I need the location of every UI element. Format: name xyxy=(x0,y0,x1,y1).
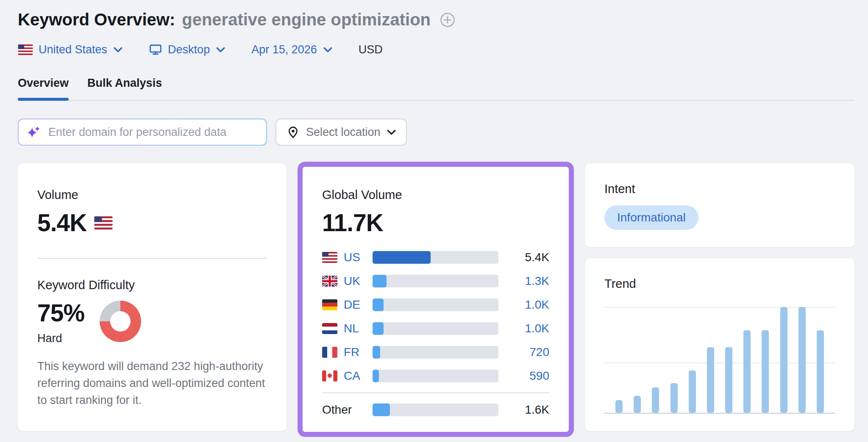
trend-bar xyxy=(615,400,623,413)
country-volume-value: 1.3K xyxy=(509,274,549,288)
keyword-overview-page: Keyword Overview: generative engine opti… xyxy=(0,0,868,442)
intent-label: Intent xyxy=(604,182,835,196)
global-volume-highlight: Global Volume 11.7K US 5.4K UK 1.3K DE 1… xyxy=(298,162,574,437)
chevron-down-icon xyxy=(216,47,225,52)
intent-badge: Informational xyxy=(604,205,698,230)
trend-bar xyxy=(780,307,787,413)
global-volume-card: Global Volume 11.7K US 5.4K UK 1.3K DE 1… xyxy=(303,167,569,432)
chevron-down-icon xyxy=(114,47,122,52)
page-title-prefix: Keyword Overview: xyxy=(18,10,175,29)
country-code: CA xyxy=(344,369,366,383)
country-volume-bar xyxy=(373,298,498,311)
volume-label: Volume xyxy=(37,188,267,202)
global-volume-rows: US 5.4K UK 1.3K DE 1.0K NL 1.0K FR 720 C… xyxy=(322,250,549,383)
tab-overview[interactable]: Overview xyxy=(18,77,69,100)
global-volume-label: Global Volume xyxy=(322,188,549,202)
us-flag-icon xyxy=(18,44,33,55)
filter-bar: United States Desktop Apr 15, 2026 USD xyxy=(18,43,854,56)
us-flag-icon xyxy=(322,252,337,263)
tab-bar: Overview Bulk Analysis xyxy=(18,77,854,101)
global-volume-row: US 5.4K xyxy=(322,250,549,265)
tab-bulk-analysis[interactable]: Bulk Analysis xyxy=(87,77,162,100)
other-volume-bar xyxy=(373,403,498,416)
personalization-controls: Select location xyxy=(18,119,854,146)
right-column: Intent Informational Trend xyxy=(585,163,854,431)
trend-bar xyxy=(817,330,824,413)
chevron-down-icon xyxy=(387,130,396,135)
date-filter-label: Apr 15, 2026 xyxy=(251,43,317,56)
trend-bar xyxy=(689,370,696,413)
divider xyxy=(37,258,267,259)
trend-card: Trend xyxy=(585,258,854,431)
keyword-difficulty-description: This keyword will demand 232 high-author… xyxy=(37,358,267,409)
trend-bar xyxy=(743,330,751,413)
global-volume-row: FR 720 xyxy=(322,345,549,359)
keyword-difficulty-level: Hard xyxy=(37,332,84,345)
ai-sparkle-icon xyxy=(27,125,41,139)
trend-bar xyxy=(762,330,769,413)
country-code: UK xyxy=(344,274,366,288)
trend-bar xyxy=(652,387,659,413)
desktop-icon xyxy=(149,43,162,56)
de-flag-icon xyxy=(322,299,337,310)
country-volume-value: 720 xyxy=(509,345,549,359)
chevron-down-icon xyxy=(323,47,332,52)
date-filter[interactable]: Apr 15, 2026 xyxy=(251,43,332,56)
metric-cards: Volume 5.4K Keyword Difficulty 75% Hard … xyxy=(18,163,854,437)
currency-label: USD xyxy=(359,43,383,56)
country-volume-value: 1.0K xyxy=(509,322,549,335)
trend-bar xyxy=(634,396,641,413)
keyword-difficulty-donut xyxy=(100,301,141,342)
fr-flag-icon xyxy=(322,347,337,358)
country-code: DE xyxy=(344,298,366,312)
nl-flag-icon xyxy=(322,323,337,334)
country-volume-value: 590 xyxy=(509,369,549,383)
page-title: Keyword Overview: generative engine opti… xyxy=(18,10,854,29)
location-select[interactable]: Select location xyxy=(275,119,407,146)
global-volume-row: NL 1.0K xyxy=(322,321,549,336)
trend-chart xyxy=(604,307,835,414)
country-volume-value: 5.4K xyxy=(509,251,549,264)
country-code: US xyxy=(344,251,366,264)
country-filter-label: United States xyxy=(39,43,107,56)
divider xyxy=(322,392,549,393)
volume-card: Volume 5.4K Keyword Difficulty 75% Hard … xyxy=(18,163,287,431)
gb-flag-icon xyxy=(322,276,337,287)
trend-bar xyxy=(670,383,678,413)
global-volume-value: 11.7K xyxy=(322,209,383,237)
intent-card: Intent Informational xyxy=(585,163,854,247)
trend-bar xyxy=(725,347,732,413)
country-code: FR xyxy=(344,345,366,359)
us-flag-icon xyxy=(94,216,113,229)
domain-input[interactable] xyxy=(47,125,258,139)
global-volume-row: DE 1.0K xyxy=(322,298,549,312)
other-label: Other xyxy=(322,403,366,417)
country-volume-value: 1.0K xyxy=(509,298,549,312)
global-volume-row: CA 590 xyxy=(322,369,549,383)
country-volume-bar xyxy=(373,346,498,359)
location-pin-icon xyxy=(287,126,300,139)
trend-bar xyxy=(798,307,806,413)
country-volume-bar xyxy=(373,370,498,382)
device-filter-label: Desktop xyxy=(168,43,210,56)
volume-value: 5.4K xyxy=(37,209,86,237)
domain-input-wrap xyxy=(18,119,267,146)
country-volume-bar xyxy=(373,275,498,287)
country-volume-bar xyxy=(373,322,498,335)
global-volume-other-row: Other 1.6K xyxy=(322,403,549,417)
keyword-difficulty-value: 75% xyxy=(37,299,84,327)
trend-bars xyxy=(615,307,824,413)
trend-bar xyxy=(707,347,714,413)
page-title-keyword: generative engine optimization xyxy=(182,10,431,29)
country-code: NL xyxy=(344,322,366,335)
ca-flag-icon xyxy=(322,370,337,381)
other-volume-value: 1.6K xyxy=(509,403,549,417)
add-keyword-icon[interactable] xyxy=(440,12,455,28)
country-volume-bar xyxy=(373,251,498,264)
global-volume-row: UK 1.3K xyxy=(322,274,549,288)
device-filter[interactable]: Desktop xyxy=(149,43,225,56)
trend-baseline xyxy=(604,413,835,414)
location-select-label: Select location xyxy=(306,126,381,139)
keyword-difficulty-label: Keyword Difficulty xyxy=(37,278,267,292)
country-filter[interactable]: United States xyxy=(18,43,122,56)
